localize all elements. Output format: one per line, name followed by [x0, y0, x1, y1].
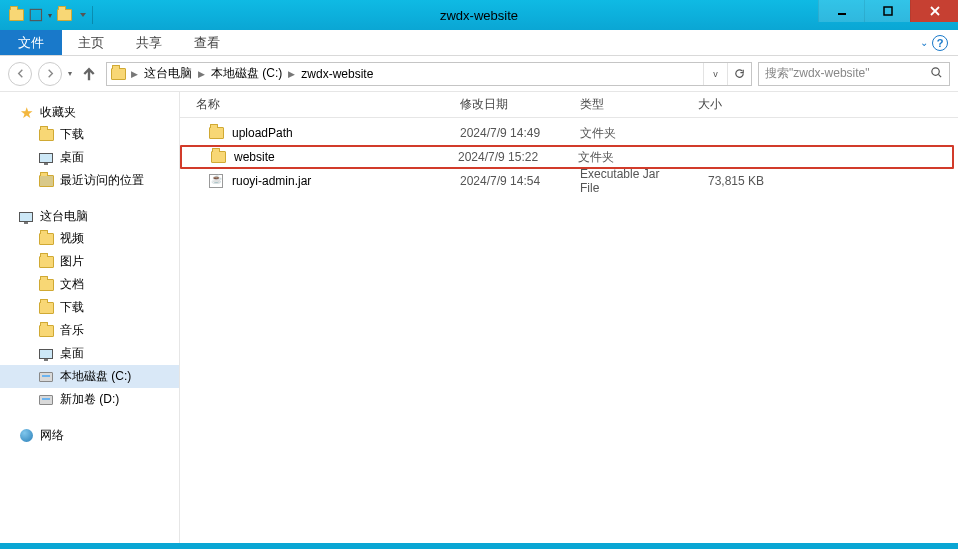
folder-icon — [38, 323, 54, 339]
breadcrumb-segment[interactable]: zwdx-website — [297, 63, 377, 85]
app-folder-icon[interactable] — [4, 3, 28, 27]
column-header-type[interactable]: 类型 — [568, 96, 686, 113]
qat-button-2[interactable] — [52, 3, 76, 27]
breadcrumb-segment[interactable]: 这台电脑 — [140, 63, 196, 85]
drive-icon — [38, 369, 54, 385]
file-list: 名称 修改日期 类型 大小 uploadPath 2024/7/9 14:49 … — [180, 92, 958, 543]
nav-item-documents[interactable]: 文档 — [0, 273, 179, 296]
file-name: ruoyi-admin.jar — [232, 174, 311, 188]
file-row[interactable]: ruoyi-admin.jar 2024/7/9 14:54 Executabl… — [180, 170, 958, 192]
file-size: 73,815 KB — [686, 174, 776, 188]
nav-item-label: 下载 — [60, 299, 84, 316]
folder-icon — [210, 149, 226, 165]
window-title: zwdx-website — [0, 8, 958, 23]
nav-item-videos[interactable]: 视频 — [0, 227, 179, 250]
file-date: 2024/7/9 14:54 — [448, 174, 568, 188]
file-row[interactable]: website 2024/7/9 15:22 文件夹 — [180, 145, 954, 169]
crumb-sep-icon[interactable]: ▶ — [196, 69, 207, 79]
minimize-button[interactable] — [818, 0, 864, 22]
up-button[interactable] — [78, 63, 100, 85]
search-placeholder: 搜索"zwdx-website" — [765, 65, 870, 82]
nav-header-favorites[interactable]: ★ 收藏夹 — [0, 102, 179, 123]
file-tab[interactable]: 文件 — [0, 30, 62, 55]
file-type: Executable Jar File — [568, 167, 686, 195]
quick-access-toolbar: ▾ — [0, 0, 99, 30]
file-name: uploadPath — [232, 126, 293, 140]
address-dropdown-icon[interactable]: v — [703, 63, 727, 85]
file-row[interactable]: uploadPath 2024/7/9 14:49 文件夹 — [180, 122, 958, 144]
qat-separator — [92, 6, 93, 24]
recent-icon — [38, 173, 54, 189]
crumb-sep-icon[interactable]: ▶ — [129, 69, 140, 79]
column-header-size[interactable]: 大小 — [686, 96, 776, 113]
folder-icon — [38, 231, 54, 247]
file-date: 2024/7/9 15:22 — [446, 150, 566, 164]
search-icon[interactable] — [930, 66, 943, 82]
nav-item-label: 下载 — [60, 126, 84, 143]
svg-line-6 — [938, 74, 941, 77]
window-controls — [818, 0, 958, 30]
nav-item-label: 新加卷 (D:) — [60, 391, 119, 408]
nav-item-label: 文档 — [60, 276, 84, 293]
nav-item-label: 桌面 — [60, 149, 84, 166]
nav-item-label: 图片 — [60, 253, 84, 270]
nav-item-label: 音乐 — [60, 322, 84, 339]
qat-dropdown[interactable] — [76, 3, 90, 27]
column-header-name[interactable]: 名称 — [180, 96, 448, 113]
nav-item-drive-d[interactable]: 新加卷 (D:) — [0, 388, 179, 411]
desktop-icon — [38, 150, 54, 166]
column-header-date[interactable]: 修改日期 — [448, 96, 568, 113]
desktop-icon — [38, 346, 54, 362]
close-button[interactable] — [910, 0, 958, 22]
nav-item-music[interactable]: 音乐 — [0, 319, 179, 342]
address-bar[interactable]: ▶ 这台电脑 ▶ 本地磁盘 (C:) ▶ zwdx-website v — [106, 62, 752, 86]
nav-item-desktop[interactable]: 桌面 — [0, 146, 179, 169]
nav-group-favorites: ★ 收藏夹 下载 桌面 最近访问的位置 — [0, 102, 179, 192]
nav-header-label: 网络 — [40, 427, 64, 444]
file-type: 文件夹 — [568, 125, 686, 142]
history-dropdown-icon[interactable]: ▾ — [68, 69, 72, 78]
expand-ribbon-icon[interactable]: ⌄ — [920, 37, 928, 48]
nav-item-label: 最近访问的位置 — [60, 172, 144, 189]
crumb-sep-icon[interactable]: ▶ — [286, 69, 297, 79]
nav-item-pictures[interactable]: 图片 — [0, 250, 179, 273]
navigation-pane: ★ 收藏夹 下载 桌面 最近访问的位置 这台电脑 视频 图片 文 — [0, 92, 180, 543]
forward-button[interactable] — [38, 62, 62, 86]
addressbar-right: v — [703, 63, 751, 85]
help-icon[interactable]: ? — [932, 35, 948, 51]
file-rows: uploadPath 2024/7/9 14:49 文件夹 website 20… — [180, 118, 958, 192]
nav-header-network[interactable]: 网络 — [0, 425, 179, 446]
nav-header-label: 收藏夹 — [40, 104, 76, 121]
nav-group-network: 网络 — [0, 425, 179, 446]
nav-item-label: 视频 — [60, 230, 84, 247]
nav-item-drive-c[interactable]: 本地磁盘 (C:) — [0, 365, 179, 388]
nav-header-computer[interactable]: 这台电脑 — [0, 206, 179, 227]
qat-button-1[interactable]: ▾ — [28, 3, 52, 27]
maximize-button[interactable] — [864, 0, 910, 22]
svg-point-5 — [932, 67, 939, 74]
tab-view[interactable]: 查看 — [178, 30, 236, 55]
back-button[interactable] — [8, 62, 32, 86]
ribbon: 文件 主页 共享 查看 ⌄ ? — [0, 30, 958, 56]
window-bottom-border — [0, 543, 958, 549]
content-body: ★ 收藏夹 下载 桌面 最近访问的位置 这台电脑 视频 图片 文 — [0, 92, 958, 543]
ribbon-right: ⌄ ? — [920, 30, 958, 55]
breadcrumb-segment[interactable]: 本地磁盘 (C:) — [207, 63, 286, 85]
nav-item-desktop2[interactable]: 桌面 — [0, 342, 179, 365]
file-type: 文件夹 — [566, 149, 684, 166]
search-input[interactable]: 搜索"zwdx-website" — [758, 62, 950, 86]
tab-share[interactable]: 共享 — [120, 30, 178, 55]
svg-rect-0 — [30, 9, 41, 20]
nav-group-computer: 这台电脑 视频 图片 文档 下载 音乐 桌面 本地磁盘 (C:) 新加卷 (D:… — [0, 206, 179, 411]
refresh-button[interactable] — [727, 63, 751, 85]
folder-icon — [38, 127, 54, 143]
tab-home[interactable]: 主页 — [62, 30, 120, 55]
nav-item-recent[interactable]: 最近访问的位置 — [0, 169, 179, 192]
star-icon: ★ — [18, 105, 34, 121]
nav-item-downloads2[interactable]: 下载 — [0, 296, 179, 319]
folder-icon — [208, 125, 224, 141]
address-folder-icon — [107, 68, 129, 80]
folder-icon — [38, 277, 54, 293]
jar-icon — [208, 173, 224, 189]
nav-item-downloads[interactable]: 下载 — [0, 123, 179, 146]
